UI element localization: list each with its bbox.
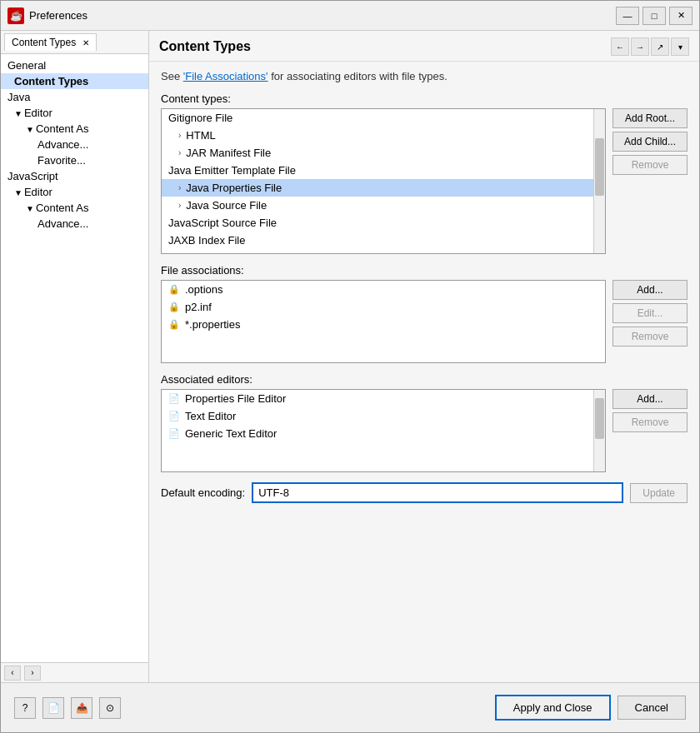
panel-title: Content Types — [159, 39, 251, 54]
file-association-notice: See 'File Associations' for associating … — [161, 70, 688, 82]
content-types-label: Content types: — [161, 92, 688, 105]
editor-icon: 📄 — [168, 411, 180, 421]
editors-listbox[interactable]: 📄 Properties File Editor 📄 Text Editor 📄… — [161, 389, 606, 472]
export-button[interactable]: 📄 — [42, 697, 64, 719]
encoding-input[interactable] — [252, 482, 623, 503]
right-panel: Content Types ← → ↗ ▾ See 'File Associat… — [149, 31, 699, 682]
footer: ? 📄 📤 ⊙ Apply and Close Cancel — [1, 682, 699, 732]
panel-header: Content Types ← → ↗ ▾ — [149, 31, 699, 62]
sidebar: Content Types ✕ General Content Types Ja… — [1, 31, 149, 682]
sidebar-item-javascript[interactable]: JavaScript — [1, 168, 148, 184]
panel-menu-button[interactable]: ▾ — [671, 37, 689, 56]
update-encoding-button[interactable]: Update — [630, 483, 688, 503]
editor-buttons: Add... Remove — [612, 389, 688, 432]
sidebar-item-js-advanced[interactable]: Advance... — [1, 216, 148, 232]
sidebar-tab-content-types[interactable]: Content Types ✕ — [4, 33, 97, 51]
apply-close-button[interactable]: Apply and Close — [495, 695, 611, 721]
sidebar-tab-close[interactable]: ✕ — [82, 38, 89, 47]
file-associations-section: File associations: 🔒 .options 🔒 p2.inf — [161, 264, 688, 363]
encoding-label: Default encoding: — [161, 486, 245, 499]
list-item[interactable]: 📄 Text Editor — [162, 407, 605, 425]
sidebar-tree: General Content Types Java ▼Editor ▼Cont… — [1, 54, 148, 662]
list-item[interactable]: 🔒 p2.inf — [162, 298, 605, 316]
file-assoc-buttons: Add... Edit... Remove — [612, 280, 688, 347]
editors-list-area: 📄 Properties File Editor 📄 Text Editor 📄… — [161, 389, 688, 472]
content-types-scrollbar[interactable] — [593, 109, 605, 253]
file-associations-label: File associations: — [161, 264, 688, 277]
window-controls: — □ ✕ — [616, 7, 692, 25]
panel-nav: ← → ↗ ▾ — [611, 37, 689, 56]
list-item-selected[interactable]: › Java Properties File — [162, 179, 605, 197]
help-button[interactable]: ? — [14, 697, 36, 719]
list-item[interactable]: › JAR Manifest File — [162, 144, 605, 162]
maximize-button[interactable]: □ — [642, 7, 666, 25]
sidebar-forward-button[interactable]: › — [24, 666, 41, 681]
main-content: Content Types ✕ General Content Types Ja… — [1, 31, 699, 682]
remove-content-type-button[interactable]: Remove — [612, 155, 688, 175]
list-item[interactable]: Gitignore File — [162, 109, 605, 127]
sidebar-item-java-editor[interactable]: ▼Editor — [1, 105, 148, 121]
sidebar-item-java-favorites[interactable]: Favorite... — [1, 152, 148, 168]
sidebar-item-js-editor[interactable]: ▼Editor — [1, 184, 148, 200]
file-associations-link[interactable]: 'File Associations' — [183, 70, 268, 82]
sidebar-footer: ‹ › — [1, 662, 148, 682]
list-item[interactable]: Java Emitter Template File — [162, 162, 605, 179]
sidebar-item-js-content-as[interactable]: ▼Content As — [1, 200, 148, 216]
title-bar: ☕ Preferences — □ ✕ — [1, 1, 699, 31]
panel-back-button[interactable]: ← — [611, 37, 629, 56]
lock-icon: 🔒 — [168, 284, 180, 295]
app-icon: ☕ — [8, 7, 24, 24]
add-editor-button[interactable]: Add... — [612, 389, 688, 409]
associated-editors-section: Associated editors: 📄 Properties File Ed… — [161, 373, 688, 472]
remove-editor-button[interactable]: Remove — [612, 412, 688, 432]
editors-scrollbar[interactable] — [593, 390, 605, 471]
add-root-button[interactable]: Add Root... — [612, 108, 688, 128]
add-child-button[interactable]: Add Child... — [612, 132, 688, 152]
sidebar-item-java-content-as[interactable]: ▼Content As — [1, 121, 148, 137]
list-item[interactable]: JAXB Index File — [162, 232, 605, 249]
sidebar-item-java-advanced[interactable]: Advance... — [1, 137, 148, 152]
content-type-buttons: Add Root... Add Child... Remove — [612, 108, 688, 175]
lock-icon: 🔒 — [168, 319, 180, 330]
cancel-button[interactable]: Cancel — [618, 696, 686, 720]
sidebar-tabs: Content Types ✕ — [1, 31, 148, 54]
file-associations-list-area: 🔒 .options 🔒 p2.inf 🔒 *.properties — [161, 280, 688, 363]
list-item[interactable]: › HTML — [162, 127, 605, 144]
lock-icon: 🔒 — [168, 302, 180, 312]
import-button[interactable]: 📤 — [71, 697, 92, 719]
sidebar-item-general[interactable]: General — [1, 57, 148, 73]
edit-file-assoc-button[interactable]: Edit... — [612, 303, 688, 323]
remove-file-assoc-button[interactable]: Remove — [612, 327, 688, 347]
close-button[interactable]: ✕ — [669, 7, 692, 25]
list-item[interactable]: 📄 Properties File Editor — [162, 390, 605, 407]
list-item[interactable]: JavaScript Source File — [162, 214, 605, 232]
minimize-button[interactable]: — — [616, 7, 639, 25]
window-title: Preferences — [29, 9, 616, 22]
editor-icon: 📄 — [168, 428, 180, 439]
footer-icons: ? 📄 📤 ⊙ — [14, 697, 488, 719]
editor-icon: 📄 — [168, 393, 180, 404]
list-item[interactable]: › Java Source File — [162, 197, 605, 214]
preferences-window: ☕ Preferences — □ ✕ Content Types ✕ Gene… — [0, 0, 700, 733]
file-associations-listbox[interactable]: 🔒 .options 🔒 p2.inf 🔒 *.properties — [161, 280, 606, 363]
list-item[interactable]: 📄 Generic Text Editor — [162, 425, 605, 442]
associated-editors-label: Associated editors: — [161, 373, 688, 386]
circle-button[interactable]: ⊙ — [99, 697, 121, 719]
list-item[interactable]: 🔒 .options — [162, 281, 605, 298]
encoding-row: Default encoding: Update — [161, 482, 688, 503]
panel-up-button[interactable]: ↗ — [651, 37, 669, 56]
panel-forward-button[interactable]: → — [631, 37, 649, 56]
sidebar-item-content-types[interactable]: Content Types — [1, 73, 148, 89]
content-types-listbox[interactable]: Gitignore File › HTML › JAR Manifest Fil… — [161, 108, 606, 254]
sidebar-back-button[interactable]: ‹ — [4, 666, 21, 681]
add-file-assoc-button[interactable]: Add... — [612, 280, 688, 300]
panel-body: See 'File Associations' for associating … — [149, 62, 699, 682]
sidebar-item-java[interactable]: Java — [1, 89, 148, 105]
list-item[interactable]: 🔒 *.properties — [162, 316, 605, 333]
content-types-list-area: Gitignore File › HTML › JAR Manifest Fil… — [161, 108, 688, 254]
content-types-section: Content types: Gitignore File › HTML — [161, 92, 688, 254]
